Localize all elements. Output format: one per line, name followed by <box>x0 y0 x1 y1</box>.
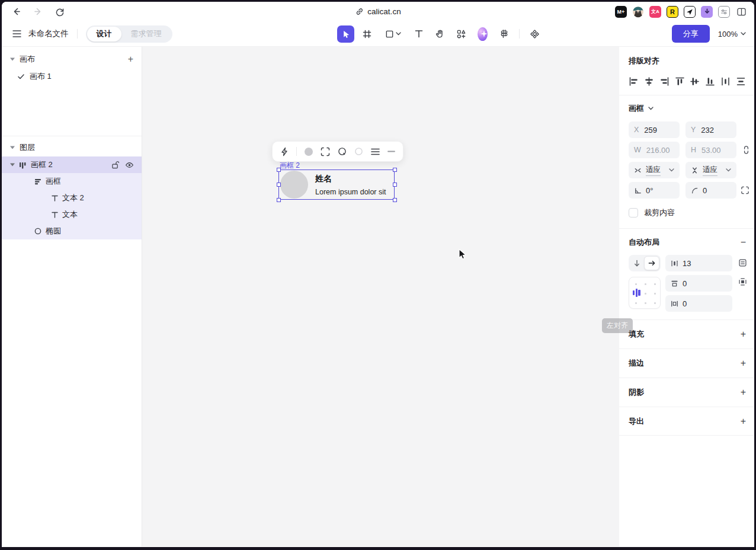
text-tool-icon[interactable] <box>410 25 427 43</box>
send-badge-icon[interactable] <box>684 6 696 18</box>
resizing-value: 适应 <box>646 165 661 176</box>
frame-tool-icon[interactable] <box>358 25 376 43</box>
unlock-icon[interactable] <box>111 161 119 169</box>
fill-swatch-icon[interactable] <box>305 148 313 156</box>
forward-icon[interactable] <box>33 7 43 17</box>
selection-toolbar <box>272 141 403 162</box>
rotation-field[interactable]: 0° <box>629 182 680 199</box>
canvas-area[interactable]: 画框 2 姓名 Lorem ipsum dolor sit <box>142 47 619 546</box>
resource-tool-icon[interactable] <box>453 25 470 43</box>
direction-right-icon[interactable] <box>644 256 659 270</box>
layout-settings-icon[interactable] <box>738 258 747 267</box>
layer-row-frame-2[interactable]: 画框 2 <box>2 156 142 173</box>
tweaks-icon[interactable] <box>718 6 730 18</box>
caret-down-icon[interactable] <box>10 57 15 61</box>
download-badge-icon[interactable] <box>701 6 713 18</box>
widgets-tool-icon[interactable] <box>526 25 543 43</box>
independent-padding-icon[interactable] <box>738 277 747 286</box>
align-top-icon[interactable] <box>675 76 685 87</box>
resize-handle-se[interactable] <box>393 198 397 202</box>
card-subtitle-text[interactable]: Lorem ipsum dolor sit <box>315 188 386 196</box>
frame-corners-icon[interactable] <box>321 147 330 156</box>
direction-down-icon[interactable] <box>630 256 644 270</box>
horizontal-padding-field[interactable]: 0 <box>665 295 732 312</box>
caret-down-icon[interactable] <box>10 146 15 149</box>
add-export-icon[interactable]: + <box>741 417 746 426</box>
auto-layout-alignment-grid[interactable] <box>629 277 661 309</box>
avatar-icon[interactable] <box>632 6 644 18</box>
layer-row-text[interactable]: 文本 <box>2 206 142 223</box>
auto-layout-column-icon <box>34 178 41 185</box>
selected-frame[interactable]: 姓名 Lorem ipsum dolor sit <box>278 170 395 200</box>
vertical-resizing-dropdown[interactable]: 适应 <box>685 162 736 178</box>
remove-auto-layout-icon[interactable]: − <box>741 238 746 247</box>
quick-action-icon[interactable] <box>280 147 289 156</box>
y-position-field[interactable]: Y 232 <box>685 121 736 138</box>
tab-design[interactable]: 设计 <box>87 27 121 41</box>
ai-orb-icon[interactable] <box>474 25 491 43</box>
asset-tool-icon[interactable] <box>495 25 512 43</box>
frame-type-dropdown[interactable]: 画框 <box>629 103 746 114</box>
align-bottom-icon[interactable] <box>705 76 715 87</box>
layers-section-title: 图层 <box>20 142 35 153</box>
caret-down-icon[interactable] <box>10 163 15 167</box>
canvas-item-label: 画布 1 <box>30 71 52 82</box>
lines-icon[interactable] <box>371 148 380 155</box>
layer-row-frame[interactable]: 画框 <box>2 173 142 190</box>
zoom-control[interactable]: 100% <box>718 30 746 39</box>
select-tool-icon[interactable] <box>337 25 354 43</box>
add-stroke-icon[interactable]: + <box>741 359 746 368</box>
align-h-center-icon[interactable] <box>644 76 654 87</box>
aspect-lock-icon[interactable] <box>743 145 749 155</box>
stroke-circle-icon[interactable] <box>338 147 347 156</box>
canvas-item[interactable]: 画布 1 <box>2 68 142 85</box>
item-spacing-field[interactable]: 13 <box>665 255 732 271</box>
add-canvas-icon[interactable]: + <box>128 54 133 65</box>
split-view-icon[interactable] <box>735 6 747 18</box>
layer-row-ellipse[interactable]: 椭圆 <box>2 223 142 239</box>
markdown-badge-icon[interactable]: M+ <box>615 6 627 18</box>
circle-outline-icon[interactable] <box>354 147 363 156</box>
resize-handle-w[interactable] <box>277 183 281 187</box>
align-right-icon[interactable] <box>659 76 669 87</box>
address-bar[interactable]: calicat.cn <box>355 2 401 21</box>
share-button[interactable]: 分享 <box>672 25 710 43</box>
card-title-text[interactable]: 姓名 <box>315 174 386 184</box>
distribute-h-icon[interactable] <box>720 76 731 87</box>
reader-badge-icon[interactable]: R <box>667 6 678 18</box>
avatar-ellipse[interactable] <box>280 171 308 199</box>
add-fill-icon[interactable]: + <box>741 330 746 339</box>
field-value: 0 <box>683 279 687 288</box>
visibility-icon[interactable] <box>125 162 134 168</box>
add-shadow-icon[interactable]: + <box>741 388 746 397</box>
back-icon[interactable] <box>11 7 21 17</box>
resize-handle-nw[interactable] <box>277 168 281 172</box>
menu-icon[interactable] <box>12 30 21 37</box>
align-left-icon[interactable] <box>629 76 639 87</box>
vertical-padding-field[interactable]: 0 <box>665 275 732 292</box>
reload-icon[interactable] <box>55 7 65 17</box>
layer-row-text-2[interactable]: 文本 2 <box>2 190 142 206</box>
resize-handle-sw[interactable] <box>277 198 281 202</box>
dash-icon[interactable] <box>387 151 395 152</box>
file-name[interactable]: 未命名文件 <box>28 28 69 39</box>
hand-tool-icon[interactable] <box>431 25 449 43</box>
layout-direction-toggle <box>629 255 661 271</box>
height-field[interactable]: H 53.00 <box>685 142 736 158</box>
layer-label: 文本 2 <box>62 193 84 203</box>
distribute-v-icon[interactable] <box>736 76 746 87</box>
resize-handle-e[interactable] <box>393 183 397 187</box>
align-v-center-icon[interactable] <box>690 76 700 87</box>
horizontal-resizing-dropdown[interactable]: 适应 <box>629 162 680 178</box>
shape-tool-icon[interactable] <box>380 25 406 43</box>
resize-handle-ne[interactable] <box>393 168 397 172</box>
clip-content-checkbox[interactable] <box>629 208 638 218</box>
tab-requirements[interactable]: 需求管理 <box>121 27 171 41</box>
vertical-padding-icon <box>671 280 678 287</box>
x-position-field[interactable]: X 259 <box>629 121 680 138</box>
width-field[interactable]: W 216.00 <box>629 142 680 158</box>
corner-radius-field[interactable]: 0 <box>685 182 736 199</box>
url-text: calicat.cn <box>367 7 401 16</box>
independent-corners-icon[interactable] <box>741 186 749 195</box>
translate-badge-icon[interactable]: 文A <box>649 6 661 18</box>
